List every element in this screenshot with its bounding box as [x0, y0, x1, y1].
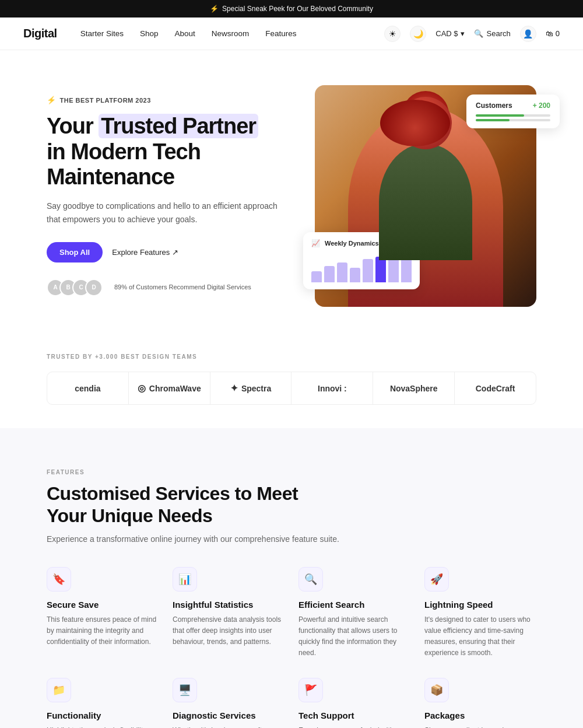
feature-icon-stats: 📊	[173, 567, 197, 592]
feature-desc-diagnostic: Whether it's hardware or software, we ge…	[173, 725, 285, 728]
shop-all-button[interactable]: Shop All	[47, 242, 103, 262]
feature-icon-support: 🚩	[298, 678, 323, 702]
sun-icon[interactable]: ☀	[384, 26, 401, 42]
customers-bar-fill	[476, 114, 524, 117]
badge-text: The Best Platform 2023	[60, 97, 151, 104]
features-subtitle: Experience a transformative online journ…	[47, 534, 536, 544]
cart-count: 0	[556, 29, 560, 38]
cart-button[interactable]: 🛍 0	[546, 29, 560, 38]
customers-card-header: Customers + 200	[476, 102, 550, 110]
feature-icon-speed: 🚀	[424, 567, 449, 592]
nav-starter-sites[interactable]: Starter Sites	[80, 29, 124, 38]
feature-desc-support: Experience peace of mind with our 24/7 t…	[298, 725, 410, 728]
nav-shop[interactable]: Shop	[140, 29, 159, 38]
spectra-icon: ✦	[230, 383, 238, 394]
customers-card: Customers + 200	[466, 94, 560, 128]
nav-about[interactable]: About	[174, 29, 195, 38]
spectra-text: Spectra	[241, 384, 271, 393]
feature-name-stats: Insightful Statistics	[173, 600, 285, 610]
customers-bar	[476, 114, 550, 117]
feature-icon-diagnostic: 🖥️	[173, 678, 197, 702]
feature-desc-packages: Since every client has unique needs, we …	[424, 725, 536, 728]
hero-social-proof: A B C D 89% of Customers Recommend Digit…	[47, 279, 280, 296]
hero-image-area: Customers + 200 📈 Weekly Dynamics +4.6%	[315, 85, 536, 307]
feature-icon-packages: 📦	[424, 678, 449, 702]
logo-cendia: cendia	[47, 372, 129, 404]
search-icon: 🔍	[474, 29, 483, 38]
announcement-bolt: ⚡	[210, 5, 219, 13]
hero-title: Your Trusted Partner in Modern Tech Main…	[47, 114, 280, 190]
logo-chromawave: ◎ ChromaWave	[129, 372, 210, 404]
feature-desc-speed: It's designed to cater to users who valu…	[424, 614, 536, 659]
feature-name-search: Efficient Search	[298, 600, 410, 610]
search-button[interactable]: 🔍 Search	[474, 29, 511, 38]
logo-codecraft: CodeCraft	[455, 372, 536, 404]
customers-count: + 200	[533, 102, 550, 110]
feature-desc-search: Powerful and intuitive search functional…	[298, 614, 410, 659]
feature-packages: 📦 Packages Since every client has unique…	[424, 678, 536, 728]
hero-subtitle: Say goodbye to complications and hello t…	[47, 200, 280, 226]
feature-insightful-stats: 📊 Insightful Statistics Comprehensive da…	[173, 567, 285, 659]
codecraft-text: CodeCraft	[476, 384, 515, 393]
trusted-section: TRUSTED BY +3.000 BEST DESIGN TEAMS cend…	[0, 342, 583, 428]
features-tag: FEATURES	[47, 469, 536, 475]
logos-row: cendia ◎ ChromaWave ✦ Spectra Innovi : N…	[47, 372, 536, 405]
feature-name-packages: Packages	[424, 710, 536, 720]
cart-icon: 🛍	[546, 29, 553, 38]
header: Digital Starter Sites Shop About Newsroo…	[0, 18, 583, 50]
feature-secure-save: 🔖 Secure Save This feature ensures peace…	[47, 567, 159, 659]
hero-badge: ⚡ The Best Platform 2023	[47, 96, 280, 104]
hero-content: ⚡ The Best Platform 2023 Your Trusted Pa…	[47, 96, 280, 296]
badge-bolt-icon: ⚡	[47, 96, 57, 104]
announcement-text: Special Sneak Peek for Our Beloved Commu…	[222, 5, 373, 13]
trusted-label: TRUSTED BY +3.000 BEST DESIGN TEAMS	[47, 354, 536, 360]
bar-4	[350, 268, 360, 282]
customers-label: Customers	[476, 102, 512, 110]
social-proof-text: 89% of Customers Recommend Digital Servi…	[114, 283, 251, 292]
hero-section: ⚡ The Best Platform 2023 Your Trusted Pa…	[0, 50, 583, 342]
feature-efficient-search: 🔍 Efficient Search Powerful and intuitiv…	[298, 567, 410, 659]
header-actions: ☀ 🌙 CAD $ ▾ 🔍 Search 👤 🛍 0	[384, 26, 560, 42]
chromawave-icon: ◎	[138, 383, 146, 394]
explore-features-button[interactable]: Explore Features ↗	[112, 248, 178, 257]
features-grid: 🔖 Secure Save This feature ensures peace…	[47, 567, 536, 728]
avatar-group: A B C D	[47, 279, 98, 296]
feature-lightning-speed: 🚀 Lightning Speed It's designed to cater…	[424, 567, 536, 659]
feature-icon-secure-save: 🔖	[47, 567, 71, 592]
feature-name-functionality: Functionality	[47, 710, 159, 720]
feature-diagnostic: 🖥️ Diagnostic Services Whether it's hard…	[173, 678, 285, 728]
feature-name-diagnostic: Diagnostic Services	[173, 710, 285, 720]
chromawave-text: ChromaWave	[149, 384, 201, 393]
weekly-label: Weekly Dynamics	[325, 240, 379, 247]
hero-buttons: Shop All Explore Features ↗	[47, 242, 280, 262]
main-nav: Starter Sites Shop About Newsroom Featur…	[80, 29, 385, 38]
moon-icon[interactable]: 🌙	[410, 26, 426, 42]
hero-title-part2: in Modern Tech Maintenance	[47, 139, 201, 190]
bar-5	[363, 259, 373, 283]
cendia-text: cendia	[75, 384, 100, 393]
feature-functionality: 📁 Functionality Highlights the service's…	[47, 678, 159, 728]
hero-title-highlight: Trusted Partner	[99, 114, 258, 138]
announcement-bar: ⚡ Special Sneak Peek for Our Beloved Com…	[0, 0, 583, 18]
feature-desc-secure-save: This feature ensures peace of mind by ma…	[47, 614, 159, 648]
avatar-4: D	[85, 279, 103, 296]
features-title: Customised Services to Meet Your Unique …	[47, 482, 326, 527]
feature-name-support: Tech Support	[298, 710, 410, 720]
bar-6	[375, 257, 386, 282]
bar-2	[324, 266, 335, 282]
hero-title-part1: Your	[47, 114, 99, 138]
novasphere-text: NovaSphere	[390, 384, 438, 393]
feature-name-secure-save: Secure Save	[47, 600, 159, 610]
bar-3	[337, 262, 347, 283]
feature-tech-support: 🚩 Tech Support Experience peace of mind …	[298, 678, 410, 728]
currency-selector[interactable]: CAD $ ▾	[436, 29, 464, 38]
bar-1	[311, 271, 322, 282]
chevron-down-icon: ▾	[461, 29, 465, 38]
nav-features[interactable]: Features	[265, 29, 296, 38]
nav-newsroom[interactable]: Newsroom	[212, 29, 250, 38]
feature-icon-search: 🔍	[298, 567, 323, 592]
features-section: FEATURES Customised Services to Meet You…	[0, 434, 583, 728]
feature-icon-functionality: 📁	[47, 678, 71, 702]
user-icon[interactable]: 👤	[520, 26, 536, 42]
site-logo[interactable]: Digital	[23, 27, 57, 40]
